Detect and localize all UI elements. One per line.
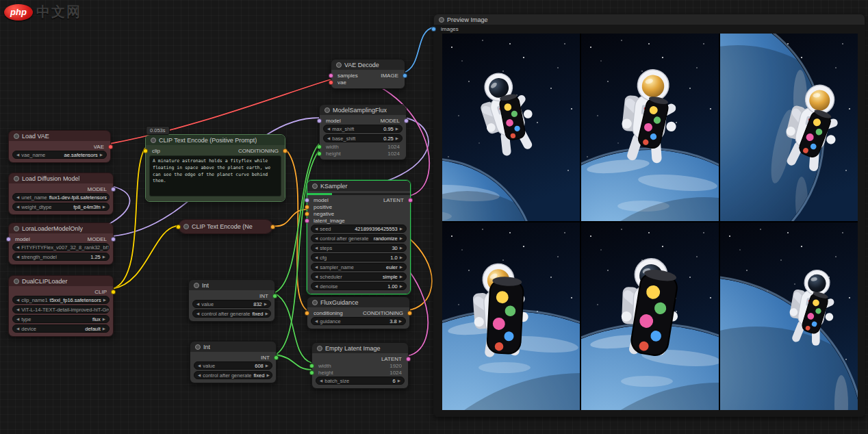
decrement-arrow-icon[interactable]: ◀: [16, 317, 19, 321]
node-lora-loader-model-only[interactable]: LoraLoaderModelOnlymodelMODEL◀FITYFITYFl…: [8, 222, 114, 265]
increment-arrow-icon[interactable]: ▶: [266, 373, 269, 377]
widget-control-after-generate[interactable]: ◀control after generatefixed▶: [194, 371, 272, 379]
output-port-int[interactable]: [272, 294, 277, 298]
widget-vae-name[interactable]: ◀vae_nameae.safetensors▶: [12, 151, 107, 159]
node-load-diffusion-model[interactable]: Load Diffusion ModelMODEL◀unet_nameflux1…: [8, 173, 114, 215]
input-port-vae[interactable]: [329, 80, 333, 85]
node-header[interactable]: Int: [190, 342, 276, 352]
decrement-arrow-icon[interactable]: ◀: [196, 311, 199, 316]
node-header[interactable]: VAE Decode: [331, 60, 405, 70]
decrement-arrow-icon[interactable]: ◀: [16, 327, 19, 331]
collapse-dot-icon[interactable]: [14, 226, 19, 231]
node-header[interactable]: KSampler: [307, 181, 410, 191]
decrement-arrow-icon[interactable]: ◀: [315, 227, 318, 231]
increment-arrow-icon[interactable]: ▶: [400, 246, 403, 250]
decrement-arrow-icon[interactable]: ◀: [16, 205, 19, 209]
node-header[interactable]: ModelSamplingFlux: [320, 105, 406, 115]
widget-batch-size[interactable]: ◀batch_size6▶: [316, 376, 405, 385]
output-port-vae[interactable]: [108, 144, 113, 149]
collapse-dot-icon[interactable]: [14, 176, 19, 181]
widget-vit-l-14-text-detail-improved-hit-gmp-[interactable]: ◀ViT-L-14-TEXT-detail-improved-hiT-GmP-.…: [12, 305, 110, 314]
widget-seed[interactable]: ◀seed421899396425553▶: [311, 225, 407, 233]
increment-arrow-icon[interactable]: ▶: [396, 136, 398, 140]
output-port-clip[interactable]: [111, 290, 116, 294]
node-header[interactable]: Empty Latent Image: [312, 343, 408, 353]
widget-fityfityflex-v007-32-8-rank32-bf16-[interactable]: ◀FITYFITYFlex_v007_32_8_rank32_bf16 ...▶: [12, 243, 110, 251]
node-header[interactable]: Int: [189, 280, 275, 290]
node-int-height[interactable]: IntINT◀value608▶◀control after generatef…: [190, 341, 277, 383]
node-int-width[interactable]: IntINT◀value832▶◀control after generatef…: [188, 279, 275, 322]
increment-arrow-icon[interactable]: ▶: [266, 363, 268, 368]
widget-strength-model[interactable]: ◀strength_model1.25▶: [12, 253, 110, 261]
input-port-model[interactable]: [317, 118, 322, 123]
node-header[interactable]: Load Diffusion Model: [9, 173, 113, 183]
widget-cfg[interactable]: ◀cfg1.0▶: [311, 253, 407, 261]
decrement-arrow-icon[interactable]: ◀: [198, 373, 201, 377]
node-header[interactable]: DualCLIPLoader: [9, 276, 113, 286]
widget-steps[interactable]: ◀steps30▶: [311, 244, 407, 252]
decrement-arrow-icon[interactable]: ◀: [315, 236, 318, 240]
node-header[interactable]: CLIP Text Encode (Positive Prompt): [146, 135, 285, 145]
widget-value[interactable]: ◀value832▶: [192, 300, 271, 308]
node-header[interactable]: FluxGuidance: [307, 297, 409, 307]
increment-arrow-icon[interactable]: ▶: [400, 284, 403, 288]
increment-arrow-icon[interactable]: ▶: [265, 311, 268, 316]
output-port-latent[interactable]: [408, 198, 413, 203]
node-vae-decode[interactable]: VAE DecodesamplesIMAGEvae: [331, 59, 405, 89]
node-model-sampling-flux[interactable]: ModelSamplingFluxmodelMODEL◀max_shift0.9…: [319, 104, 407, 160]
collapse-dot-icon[interactable]: [14, 133, 19, 139]
node-empty-latent-image[interactable]: Empty Latent ImageLATENTwidth1920height1…: [311, 342, 409, 389]
increment-arrow-icon[interactable]: ▶: [400, 255, 403, 259]
decrement-arrow-icon[interactable]: ◀: [16, 245, 19, 249]
collapse-dot-icon[interactable]: [336, 62, 342, 68]
input-port-conditioning[interactable]: [305, 311, 309, 316]
input-port-samples[interactable]: [329, 73, 333, 78]
increment-arrow-icon[interactable]: ▶: [109, 195, 110, 199]
decrement-arrow-icon[interactable]: ◀: [16, 255, 19, 259]
input-port-images[interactable]: [431, 27, 436, 31]
prompt-textarea[interactable]: A minature astronaut holds a fityflex wh…: [149, 155, 281, 196]
decrement-arrow-icon[interactable]: ◀: [16, 298, 19, 302]
node-header[interactable]: LoraLoaderModelOnly: [9, 223, 113, 233]
output-port-model[interactable]: [404, 118, 409, 123]
increment-arrow-icon[interactable]: ▶: [103, 205, 105, 209]
decrement-arrow-icon[interactable]: ◀: [327, 127, 330, 131]
output-port-model[interactable]: [111, 187, 116, 192]
decrement-arrow-icon[interactable]: ◀: [327, 136, 330, 140]
input-port-positive[interactable]: [305, 205, 309, 209]
widget-unet-name[interactable]: ◀unet_nameflux1-dev-fp8.safetensors▶: [12, 193, 110, 201]
node-header[interactable]: Preview Image: [434, 14, 865, 25]
input-port-clip[interactable]: [143, 149, 148, 153]
node-graph-canvas[interactable]: php 中文网 Load VAEVAE◀vae_nameae.safetenso…: [0, 0, 868, 434]
input-port-width[interactable]: [317, 144, 322, 149]
input-port-negative[interactable]: [305, 212, 309, 216]
decrement-arrow-icon[interactable]: ◀: [16, 153, 19, 157]
collapse-dot-icon[interactable]: [14, 279, 19, 284]
node-header[interactable]: Load VAE: [9, 131, 110, 141]
node-dual-clip-loader[interactable]: DualCLIPLoaderCLIP◀clip_name1t5xxl_fp16.…: [8, 275, 114, 337]
decrement-arrow-icon[interactable]: ◀: [198, 363, 201, 368]
increment-arrow-icon[interactable]: ▶: [398, 379, 400, 383]
decrement-arrow-icon[interactable]: ◀: [320, 379, 322, 383]
decrement-arrow-icon[interactable]: ◀: [315, 246, 318, 250]
widget-denoise[interactable]: ◀denoise1.00▶: [311, 282, 407, 290]
widget-clip-name1[interactable]: ◀clip_name1t5xxl_fp16.safetensors▶: [12, 296, 110, 304]
increment-arrow-icon[interactable]: ▶: [103, 317, 105, 321]
input-port-height[interactable]: [309, 370, 314, 375]
input-port-model[interactable]: [6, 237, 11, 242]
output-port-conditioning[interactable]: [270, 225, 275, 229]
decrement-arrow-icon[interactable]: ◀: [16, 195, 19, 199]
input-port-height[interactable]: [317, 151, 322, 156]
input-port-clip[interactable]: [176, 225, 181, 229]
increment-arrow-icon[interactable]: ▶: [100, 153, 103, 157]
collapse-dot-icon[interactable]: [195, 344, 201, 350]
collapse-dot-icon[interactable]: [317, 346, 322, 351]
collapse-dot-icon[interactable]: [151, 138, 156, 143]
output-port-model[interactable]: [111, 237, 116, 242]
input-port-width[interactable]: [309, 363, 314, 368]
input-port-model[interactable]: [305, 198, 309, 203]
widget-control-after-generate[interactable]: ◀control after generaterandomize▶: [311, 234, 407, 242]
node-ksampler[interactable]: KSamplermodelLATENTpositivenegativelaten…: [307, 180, 411, 294]
decrement-arrow-icon[interactable]: ◀: [315, 319, 318, 323]
node-preview-image[interactable]: Preview Imageimages: [433, 14, 865, 417]
